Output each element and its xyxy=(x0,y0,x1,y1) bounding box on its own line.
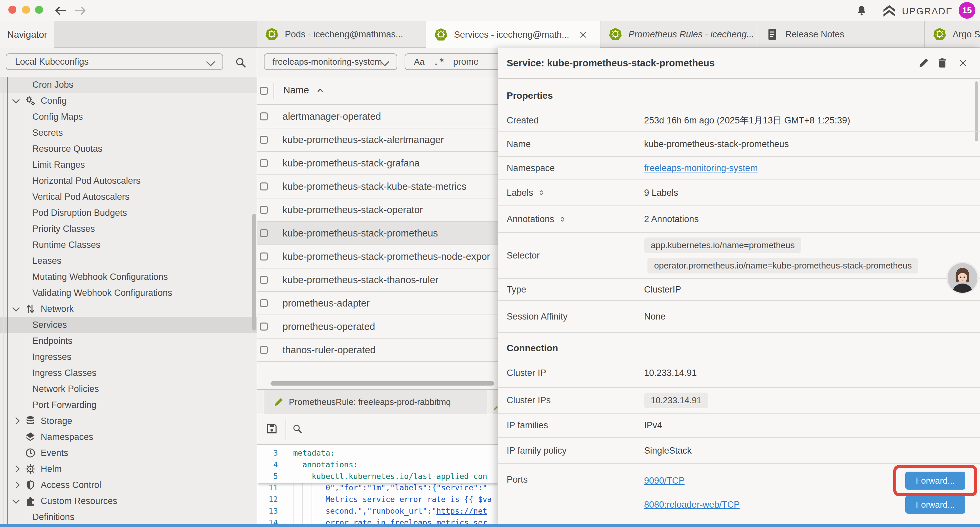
regex-toggle[interactable]: .* xyxy=(433,56,445,67)
table-row-kube-prometheus-stack-thanos-ruler[interactable]: kube-prometheus-stack-thanos-ruler xyxy=(257,269,498,292)
sidebar-item-mutating-webhook-configurations[interactable]: Mutating Webhook Configurations xyxy=(0,269,257,285)
sidebar-item-cron-jobs[interactable]: Cron Jobs xyxy=(0,77,257,93)
close-icon[interactable] xyxy=(958,58,968,68)
editor-tab-prometheusrule[interactable]: PrometheusRule: freeleaps-prod-rabbitmq xyxy=(264,390,487,414)
table-row-kube-prometheus-stack-alertmanager[interactable]: kube-prometheus-stack-alertmanager xyxy=(257,128,498,152)
sidebar-item-pod-disruption-budgets[interactable]: Pod Disruption Budgets xyxy=(0,205,257,221)
chevron-down-icon[interactable] xyxy=(12,96,20,104)
sidebar-item-ingresses[interactable]: Ingresses xyxy=(0,349,257,365)
back-icon[interactable] xyxy=(54,4,67,17)
runbook-url-link[interactable]: https://net xyxy=(436,507,487,515)
sidebar-scrollbar[interactable] xyxy=(252,214,256,331)
sidebar-item-config-maps[interactable]: Config Maps xyxy=(0,109,257,125)
row-checkbox[interactable] xyxy=(260,182,268,191)
row-checkbox[interactable] xyxy=(260,253,268,261)
sidebar-item-ingress-classes[interactable]: Ingress Classes xyxy=(0,365,257,381)
user-avatar[interactable] xyxy=(946,262,978,294)
row-checkbox[interactable] xyxy=(260,112,268,120)
sidebar-item-runtime-classes[interactable]: Runtime Classes xyxy=(0,237,257,253)
row-checkbox[interactable] xyxy=(260,346,268,354)
select-all-checkbox[interactable] xyxy=(260,87,268,95)
sidebar-item-definitions[interactable]: Definitions xyxy=(0,509,257,525)
tab-argo-se[interactable]: Argo Se xyxy=(924,21,980,47)
yaml-editor[interactable]: 3metadata:4 annotations:5 kubectl.kubern… xyxy=(257,444,498,527)
row-checkbox[interactable] xyxy=(260,299,268,307)
sidebar-item-helm[interactable]: Helm xyxy=(0,461,257,477)
minimize-window-button[interactable] xyxy=(22,6,30,14)
maximize-window-button[interactable] xyxy=(35,6,43,14)
row-checkbox[interactable] xyxy=(260,159,268,167)
sidebar-item-services[interactable]: Services xyxy=(0,317,257,333)
horizontal-scrollbar[interactable] xyxy=(270,381,494,385)
forward-icon[interactable] xyxy=(74,4,87,17)
tab-release-notes[interactable]: Release Notes xyxy=(757,21,924,47)
sidebar-item-events[interactable]: Events xyxy=(0,445,257,461)
sort-ascending-icon[interactable] xyxy=(316,86,325,95)
upgrade-label[interactable]: UPGRADE xyxy=(902,6,953,17)
chevron-right-icon[interactable] xyxy=(12,481,20,489)
row-checkbox[interactable] xyxy=(260,323,268,331)
tab-navigator[interactable]: Navigator xyxy=(0,21,54,48)
sidebar-item-storage[interactable]: Storage xyxy=(0,413,257,429)
forward-button[interactable]: Forward... xyxy=(905,471,965,490)
table-row-prometheus-operated[interactable]: prometheus-operated xyxy=(257,315,498,339)
save-icon[interactable] xyxy=(266,422,278,435)
chevron-right-icon[interactable] xyxy=(12,465,20,473)
sidebar-item-vertical-pod-autoscalers[interactable]: Vertical Pod Autoscalers xyxy=(0,189,257,205)
chevron-right-icon[interactable] xyxy=(12,417,20,425)
sidebar-item-validating-webhook-configurations[interactable]: Validating Webhook Configurations xyxy=(0,285,257,301)
table-row-kube-prometheus-stack-kube-state-metrics[interactable]: kube-prometheus-stack-kube-state-metrics xyxy=(257,175,498,199)
table-row-kube-prometheus-stack-prometheus[interactable]: kube-prometheus-stack-prometheus xyxy=(257,222,498,245)
namespace-link[interactable]: freeleaps-monitoring-system xyxy=(644,163,758,173)
row-checkbox[interactable] xyxy=(260,276,268,284)
kubeconfig-dropdown[interactable]: Local Kubeconfigs xyxy=(6,53,223,70)
sidebar-item-leases[interactable]: Leases xyxy=(0,253,257,269)
table-row-prometheus-adapter[interactable]: prometheus-adapter xyxy=(257,292,498,315)
tab-services-icecheng-math[interactable]: Services - icecheng@math... xyxy=(426,21,600,48)
editor-search-icon[interactable] xyxy=(292,423,302,434)
namespace-dropdown[interactable]: freeleaps-monitoring-system xyxy=(264,53,397,70)
chevron-down-icon[interactable] xyxy=(12,496,20,504)
sidebar-item-limit-ranges[interactable]: Limit Ranges xyxy=(0,157,257,173)
sidebar-item-namespaces[interactable]: Namespaces xyxy=(0,429,257,445)
forward-button[interactable]: Forward... xyxy=(905,496,965,514)
row-checkbox[interactable] xyxy=(260,206,268,214)
table-row-kube-prometheus-stack-prometheus-node-expor[interactable]: kube-prometheus-stack-prometheus-node-ex… xyxy=(257,245,498,269)
table-row-alertmanager-operated[interactable]: alertmanager-operated xyxy=(257,105,498,128)
sidebar-item-secrets[interactable]: Secrets xyxy=(0,125,257,141)
sidebar-item-network[interactable]: Network xyxy=(0,301,257,317)
notification-count-badge[interactable]: 15 xyxy=(959,2,975,19)
upgrade-icon[interactable] xyxy=(881,4,898,18)
match-case-toggle[interactable]: Aa xyxy=(414,57,425,67)
expand-collapse-icon[interactable] xyxy=(558,215,566,223)
sidebar-item-port-forwarding[interactable]: Port Forwarding xyxy=(0,397,257,413)
port-link-9090[interactable]: 9090/TCP xyxy=(644,476,685,486)
sidebar-item-config[interactable]: Config xyxy=(0,93,257,109)
table-row-kube-prometheus-stack-grafana[interactable]: kube-prometheus-stack-grafana xyxy=(257,152,498,175)
sidebar-item-horizontal-pod-autoscalers[interactable]: Horizontal Pod Autoscalers xyxy=(0,173,257,189)
sidebar-item-resource-quotas[interactable]: Resource Quotas xyxy=(0,141,257,157)
sidebar-item-endpoints[interactable]: Endpoints xyxy=(0,333,257,349)
close-window-button[interactable] xyxy=(8,6,16,14)
chevron-down-icon[interactable] xyxy=(12,304,20,312)
tab-prometheus-rules-icecheng[interactable]: Prometheus Rules - icecheng... xyxy=(600,21,757,47)
delete-trash-icon[interactable] xyxy=(937,57,948,69)
row-checkbox[interactable] xyxy=(260,229,268,237)
close-tab-icon[interactable] xyxy=(579,30,587,39)
sidebar-item-access-control[interactable]: Access Control xyxy=(0,477,257,493)
editor-tab-partial[interactable] xyxy=(493,390,498,414)
labels-value[interactable]: 9 Labels xyxy=(644,188,980,198)
sidebar-search-icon[interactable] xyxy=(234,56,247,68)
notifications-bell-icon[interactable] xyxy=(856,4,868,18)
sidebar-item-network-policies[interactable]: Network Policies xyxy=(0,381,257,397)
tab-pods-icecheng-mathmas[interactable]: Pods - icecheng@mathmas... xyxy=(257,21,426,47)
port-link-8080[interactable]: 8080:reloader-web/TCP xyxy=(644,500,740,510)
sidebar-item-priority-classes[interactable]: Priority Classes xyxy=(0,221,257,237)
table-row-thanos-ruler-operated[interactable]: thanos-ruler-operated xyxy=(257,339,498,362)
edit-pencil-icon[interactable] xyxy=(918,57,929,69)
name-column-header[interactable]: Name xyxy=(283,85,309,96)
expand-collapse-icon[interactable] xyxy=(538,189,546,197)
annotations-value[interactable]: 2 Annotations xyxy=(644,214,980,224)
sidebar-item-custom-resources[interactable]: Custom Resources xyxy=(0,493,257,509)
table-row-kube-prometheus-stack-operator[interactable]: kube-prometheus-stack-operator xyxy=(257,199,498,222)
